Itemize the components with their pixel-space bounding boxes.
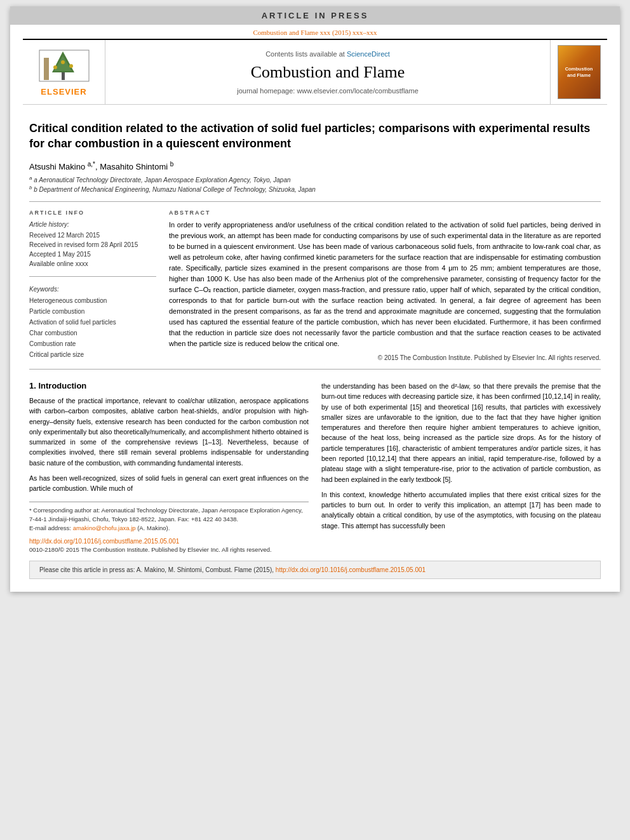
accepted-date: Accepted 1 May 2015 <box>29 250 156 259</box>
abstract-col: ABSTRACT In order to verify appropriaten… <box>169 210 601 362</box>
cover-image-text: Combustion and Flame <box>565 66 593 79</box>
elsevier-logo-block: ELSEVIER <box>23 40 105 104</box>
cover-title-line2: and Flame <box>565 72 593 79</box>
keywords-block: Keywords: Heterogeneous combustion Parti… <box>29 284 156 360</box>
journal-center: Contents lists available at ScienceDirec… <box>105 40 550 104</box>
authors-text: Atsushi Makino a,*, Masahito Shintomi b <box>29 162 173 171</box>
svg-point-6 <box>61 60 65 64</box>
footnote-email-suffix: (A. Makino). <box>137 524 170 531</box>
sciencedirect-link[interactable]: ScienceDirect <box>347 50 390 58</box>
section1-right-para1: the understanding has been based on the … <box>321 381 601 484</box>
bottom-issn: 0010-2180/© 2015 The Combustion Institut… <box>29 546 309 553</box>
doi-line: Combustion and Flame xxx (2015) xxx–xxx <box>10 25 620 39</box>
footnote-email-link[interactable]: amakino@chofu.jaxa.jp <box>73 524 138 531</box>
divider-2 <box>29 369 601 370</box>
aip-banner-text: ARTICLE IN PRESS <box>262 11 369 20</box>
article-info-label: ARTICLE INFO <box>29 210 156 216</box>
section1-para2: As has been well-recognized, sizes of so… <box>29 473 309 494</box>
affiliation-b-text: b Department of Mechanical Engineering, … <box>34 187 316 194</box>
keyword-1: Heterogeneous combustion <box>29 295 156 306</box>
article-body: Critical condition related to the activa… <box>10 105 620 592</box>
journal-homepage: journal homepage: www.elsevier.com/locat… <box>237 87 419 95</box>
keyword-2: Particle combustion <box>29 306 156 317</box>
citation-text: Please cite this article in press as: A.… <box>39 566 274 573</box>
keywords-label: Keywords: <box>29 284 156 294</box>
section1-heading: 1. Introduction <box>29 381 309 390</box>
keyword-4: Char combustion <box>29 328 156 338</box>
cover-image: Combustion and Flame <box>558 45 601 99</box>
journal-cover: Combustion and Flame <box>550 40 607 104</box>
article-info-col: ARTICLE INFO Article history: Received 1… <box>29 210 156 362</box>
bottom-doi-link[interactable]: http://dx.doi.org/10.1016/j.combustflame… <box>29 538 179 545</box>
elsevier-graphic <box>36 48 92 83</box>
citation-link[interactable]: http://dx.doi.org/10.1016/j.combustflame… <box>276 566 426 573</box>
divider-info <box>29 276 156 277</box>
affiliation-a-text: a Aeronautical Technology Directorate, J… <box>34 177 290 183</box>
doi-link[interactable]: Combustion and Flame xxx (2015) xxx–xxx <box>253 29 377 36</box>
section1-right-para2: In this context, knowledge hitherto accu… <box>321 490 601 531</box>
main-right: the understanding has been based on the … <box>321 381 601 553</box>
keyword-6: Critical particle size <box>29 349 156 360</box>
sciencedirect-line: Contents lists available at ScienceDirec… <box>265 50 390 58</box>
aip-banner: ARTICLE IN PRESS <box>10 6 620 25</box>
bottom-doi: http://dx.doi.org/10.1016/j.combustflame… <box>29 538 309 545</box>
footnote-corresponding: * Corresponding author at: Aeronautical … <box>29 506 309 524</box>
svg-point-4 <box>53 65 57 69</box>
page: ARTICLE IN PRESS Combustion and Flame xx… <box>10 6 620 592</box>
footnote-area: * Corresponding author at: Aeronautical … <box>29 502 309 533</box>
svg-point-5 <box>69 64 73 68</box>
citation-link-text: http://dx.doi.org/10.1016/j.combustflame… <box>276 566 426 573</box>
keywords-list: Heterogeneous combustion Particle combus… <box>29 295 156 360</box>
doi-text: Combustion and Flame xxx (2015) xxx–xxx <box>253 29 377 36</box>
online-date: Available online xxxx <box>29 259 156 269</box>
citation-bar: Please cite this article in press as: A.… <box>29 561 601 579</box>
article-title: Critical condition related to the activa… <box>29 121 601 152</box>
divider-1 <box>29 201 601 202</box>
article-history: Article history: Received 12 March 2015 … <box>29 220 156 269</box>
bottom-doi-text: http://dx.doi.org/10.1016/j.combustflame… <box>29 538 179 545</box>
footnote-email-label: E-mail address: <box>29 524 71 531</box>
copyright-line: © 2015 The Combustion Institute. Publish… <box>169 354 601 361</box>
svg-rect-7 <box>44 58 49 80</box>
footnote-email-address: amakino@chofu.jaxa.jp <box>73 524 136 531</box>
authors-line: Atsushi Makino a,*, Masahito Shintomi b <box>29 161 601 171</box>
received-date: Received 12 March 2015 <box>29 230 156 240</box>
revised-date: Received in revised form 28 April 2015 <box>29 240 156 250</box>
affiliation-b: b b Department of Mechanical Engineering… <box>29 185 601 193</box>
footnote-email: E-mail address: amakino@chofu.jaxa.jp (A… <box>29 524 309 533</box>
elsevier-wordmark: ELSEVIER <box>41 87 86 97</box>
journal-title-header: Combustion and Flame <box>251 63 405 82</box>
cover-title-line1: Combustion <box>565 66 593 72</box>
sciencedirect-link-text: ScienceDirect <box>347 50 390 58</box>
article-info-abstract: ARTICLE INFO Article history: Received 1… <box>29 210 601 362</box>
main-left: 1. Introduction Because of the practical… <box>29 381 309 553</box>
abstract-label: ABSTRACT <box>169 210 601 216</box>
section1-para1: Because of the practical importance, rel… <box>29 396 309 468</box>
main-content: 1. Introduction Because of the practical… <box>29 381 601 553</box>
keyword-3: Activation of solid fuel particles <box>29 317 156 328</box>
history-label: Article history: <box>29 220 156 229</box>
keyword-5: Combustion rate <box>29 338 156 349</box>
journal-header: ELSEVIER Contents lists available at Sci… <box>23 39 607 105</box>
affiliation-a: a a Aeronautical Technology Directorate,… <box>29 175 601 183</box>
abstract-text: In order to verify appropriateness and/o… <box>169 220 601 350</box>
sciencedirect-prefix: Contents lists available at <box>265 50 345 58</box>
